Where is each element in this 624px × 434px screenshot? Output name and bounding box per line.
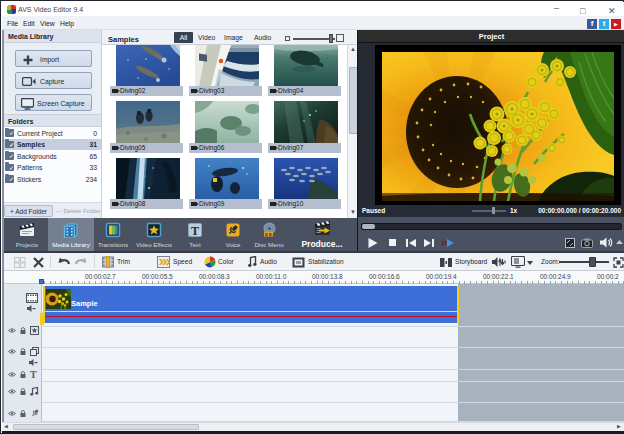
svg-text:T: T [191, 224, 199, 238]
